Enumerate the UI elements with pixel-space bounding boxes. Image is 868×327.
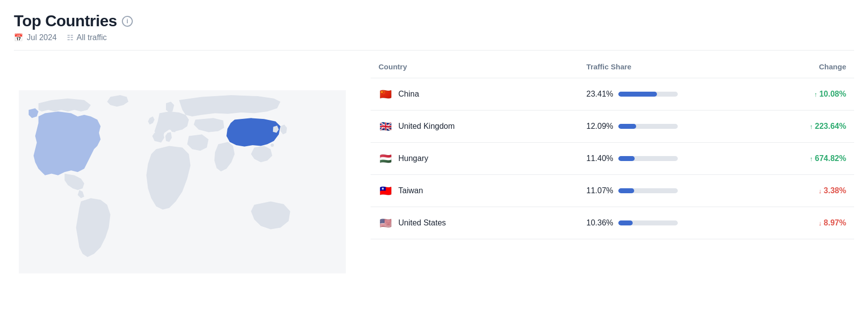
widget-header: Top Countries i 📅 Jul 2024 ☷ All traffic xyxy=(14,12,854,42)
progress-bar-bg-0 xyxy=(618,92,678,97)
traffic-cell-1: 12.09% xyxy=(587,122,743,131)
progress-bar-bg-4 xyxy=(618,220,678,225)
country-name-2: Hungary xyxy=(398,154,428,163)
country-cell-2: 🇭🇺 Hungary xyxy=(379,152,587,165)
change-value-3: 3.38% xyxy=(824,186,846,195)
taiwan-region xyxy=(271,144,274,147)
traffic-cell-0: 23.41% xyxy=(587,90,743,99)
traffic-meta: ☷ All traffic xyxy=(67,33,107,42)
flag-hungary: 🇭🇺 xyxy=(379,152,392,165)
date-meta: 📅 Jul 2024 xyxy=(14,33,57,42)
map-area xyxy=(14,51,351,313)
traffic-cell-2: 11.40% xyxy=(587,154,743,163)
country-cell-0: 🇨🇳 China xyxy=(379,87,587,101)
traffic-pct-2: 11.40% xyxy=(587,154,613,163)
traffic-pct-1: 12.09% xyxy=(587,122,613,131)
top-countries-widget: Top Countries i 📅 Jul 2024 ☷ All traffic xyxy=(0,0,868,327)
change-arrow-4: ↓ xyxy=(818,219,822,227)
col-country: Country xyxy=(379,62,587,71)
change-value-0: 10.08% xyxy=(819,90,846,99)
title-row: Top Countries i xyxy=(14,12,854,30)
traffic-label: All traffic xyxy=(77,33,107,42)
progress-bar-fill-3 xyxy=(618,188,634,193)
change-arrow-1: ↑ xyxy=(810,123,813,130)
change-value-2: 674.82% xyxy=(815,154,846,163)
country-name-4: United States xyxy=(398,218,446,227)
change-cell-4: ↓ 8.97% xyxy=(742,218,846,227)
table-header: Country Traffic Share Change xyxy=(371,55,854,78)
table-row: 🇺🇸 United States 10.36% ↓ 8.97% xyxy=(371,207,854,239)
traffic-cell-4: 10.36% xyxy=(587,218,743,227)
progress-bar-bg-3 xyxy=(618,188,678,193)
change-cell-2: ↑ 674.82% xyxy=(742,154,846,163)
change-value-4: 8.97% xyxy=(824,218,846,227)
change-arrow-2: ↑ xyxy=(810,155,813,163)
country-name-3: Taiwan xyxy=(398,186,423,195)
change-arrow-0: ↑ xyxy=(814,91,817,98)
change-cell-1: ↑ 223.64% xyxy=(742,122,846,131)
widget-title: Top Countries xyxy=(14,12,117,30)
flag-us: 🇺🇸 xyxy=(379,216,392,230)
table-row: 🇭🇺 Hungary 11.40% ↑ 674.82% xyxy=(371,143,854,175)
content-area: Country Traffic Share Change 🇨🇳 China 23… xyxy=(14,51,854,313)
table-row: 🇨🇳 China 23.41% ↑ 10.08% xyxy=(371,78,854,110)
calendar-icon: 📅 xyxy=(14,33,23,42)
date-label: Jul 2024 xyxy=(27,33,57,42)
progress-bar-bg-1 xyxy=(618,124,678,129)
country-cell-1: 🇬🇧 United Kingdom xyxy=(379,119,587,133)
change-cell-0: ↑ 10.08% xyxy=(742,90,846,99)
world-map xyxy=(19,78,346,286)
table-body: 🇨🇳 China 23.41% ↑ 10.08% 🇬🇧 United Kingd… xyxy=(371,78,854,239)
table-row: 🇬🇧 United Kingdom 12.09% ↑ 223.64% xyxy=(371,110,854,143)
traffic-pct-3: 11.07% xyxy=(587,186,613,195)
progress-bar-fill-0 xyxy=(618,92,657,97)
meta-row: 📅 Jul 2024 ☷ All traffic xyxy=(14,33,854,42)
change-value-1: 223.64% xyxy=(815,122,846,131)
change-cell-3: ↓ 3.38% xyxy=(742,186,846,195)
progress-bar-fill-1 xyxy=(618,124,636,129)
traffic-icon: ☷ xyxy=(67,33,73,42)
change-arrow-3: ↓ xyxy=(818,187,822,195)
col-traffic-share: Traffic Share xyxy=(587,62,743,71)
countries-table: Country Traffic Share Change 🇨🇳 China 23… xyxy=(351,51,854,313)
country-name-1: United Kingdom xyxy=(398,122,455,131)
col-change: Change xyxy=(742,62,846,71)
info-icon[interactable]: i xyxy=(122,16,133,27)
traffic-pct-4: 10.36% xyxy=(587,218,613,227)
country-name-0: China xyxy=(398,90,419,99)
flag-china: 🇨🇳 xyxy=(379,87,392,101)
progress-bar-fill-2 xyxy=(618,156,635,161)
progress-bar-bg-2 xyxy=(618,156,678,161)
country-cell-3: 🇹🇼 Taiwan xyxy=(379,184,587,198)
traffic-cell-3: 11.07% xyxy=(587,186,743,195)
traffic-pct-0: 23.41% xyxy=(587,90,613,99)
flag-taiwan: 🇹🇼 xyxy=(379,184,392,198)
country-cell-4: 🇺🇸 United States xyxy=(379,216,587,230)
flag-uk: 🇬🇧 xyxy=(379,119,392,133)
progress-bar-fill-4 xyxy=(618,220,633,225)
table-row: 🇹🇼 Taiwan 11.07% ↓ 3.38% xyxy=(371,175,854,207)
